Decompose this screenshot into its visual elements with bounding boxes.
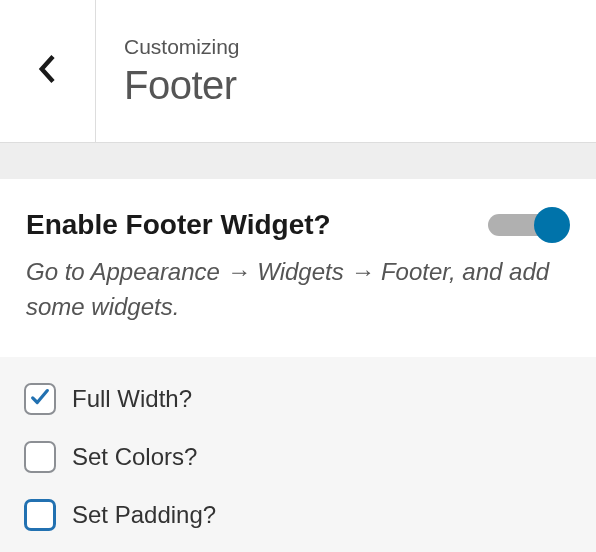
enable-footer-label: Enable Footer Widget? <box>26 209 331 241</box>
set-padding-checkbox[interactable] <box>24 499 56 531</box>
customizer-header: Customizing Footer <box>0 0 596 143</box>
chevron-left-icon <box>37 54 59 88</box>
set-colors-option[interactable]: Set Colors? <box>24 441 572 473</box>
full-width-option[interactable]: Full Width? <box>24 383 572 415</box>
footer-options-section: Full Width? Set Colors? Set Padding? <box>0 357 596 552</box>
full-width-checkbox[interactable] <box>24 383 56 415</box>
check-icon <box>29 386 51 412</box>
set-padding-option[interactable]: Set Padding? <box>24 499 572 531</box>
full-width-label: Full Width? <box>72 385 192 413</box>
enable-footer-toggle[interactable] <box>488 207 570 243</box>
set-padding-label: Set Padding? <box>72 501 216 529</box>
section-divider <box>0 143 596 179</box>
header-content: Customizing Footer <box>96 0 268 142</box>
enable-footer-section: Enable Footer Widget? Go to Appearance →… <box>0 179 596 357</box>
enable-footer-description: Go to Appearance → Widgets → Footer, and… <box>26 255 570 325</box>
back-button[interactable] <box>0 0 96 142</box>
set-colors-checkbox[interactable] <box>24 441 56 473</box>
breadcrumb: Customizing <box>124 35 240 59</box>
set-colors-label: Set Colors? <box>72 443 197 471</box>
enable-footer-row: Enable Footer Widget? <box>26 207 570 243</box>
page-title: Footer <box>124 63 240 108</box>
toggle-thumb <box>534 207 570 243</box>
